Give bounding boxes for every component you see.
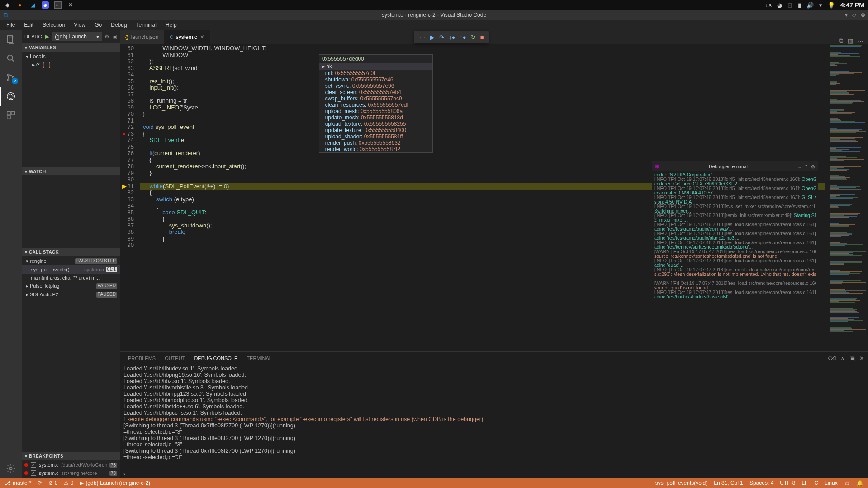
telegram-icon[interactable]: ◢ xyxy=(29,1,36,9)
terminal-chevron-up-icon[interactable]: ⌃ xyxy=(804,164,808,169)
settings-gear-icon[interactable] xyxy=(0,459,22,478)
breakpoint-checkbox[interactable]: ✓ xyxy=(31,470,36,476)
menu-edit[interactable]: Edit xyxy=(19,21,38,29)
debug-console-output[interactable]: Loaded '/usr/lib/libudev.so.1'. Symbols … xyxy=(120,365,868,469)
status-launch-config[interactable]: ▶ (gdb) Launch (rengine-c-2) xyxy=(80,480,150,486)
panel-close-icon[interactable]: ✕ xyxy=(859,355,864,362)
close-window-icon[interactable]: ⊗ xyxy=(861,12,865,18)
restart-icon[interactable]: ↻ xyxy=(471,34,476,41)
tray-discord-icon[interactable]: ◕ xyxy=(777,2,782,9)
variable-row[interactable]: ▸e:{...} xyxy=(22,61,120,69)
tab-launch-json[interactable]: {}launch.json xyxy=(120,30,164,44)
scm-icon[interactable]: 2 xyxy=(0,68,22,87)
tray-bulb-icon[interactable]: 💡 xyxy=(828,2,835,9)
svg-point-2 xyxy=(8,55,13,60)
status-language[interactable]: C xyxy=(814,480,818,486)
drag-handle-icon[interactable]: ⋮⋮ xyxy=(418,35,426,40)
clock[interactable]: 4:47 PM xyxy=(840,1,864,9)
status-os[interactable]: Linux xyxy=(825,480,838,486)
debug-floating-toolbar[interactable]: ⋮⋮ ▶ ↷ ↓● ↑● ↻ ■ xyxy=(414,31,489,43)
debug-activity-icon[interactable] xyxy=(0,87,22,106)
minimize-icon[interactable]: ▾ xyxy=(845,12,848,18)
terminal-close-icon[interactable]: ⊗ xyxy=(811,164,815,169)
watch-section-header[interactable]: ▾WATCH xyxy=(22,167,120,175)
thread-row[interactable]: ▸PulseHotplugPAUSED xyxy=(22,282,120,290)
more-icon[interactable]: ⋯ xyxy=(858,38,863,44)
svg-line-3 xyxy=(12,60,14,62)
tab-problems[interactable]: PROBLEMS xyxy=(123,353,160,364)
status-spaces[interactable]: Spaces: 4 xyxy=(749,480,773,486)
debug-config-gear-icon[interactable]: ⚙ xyxy=(104,33,109,40)
status-feedback-icon[interactable]: ☺ xyxy=(844,480,850,487)
maximize-icon[interactable]: ◇ xyxy=(852,12,856,18)
tray-volume-icon[interactable]: 🔊 xyxy=(806,2,814,9)
close-task-icon[interactable]: ✕ xyxy=(67,1,74,9)
status-function[interactable]: sys_poll_events(void) xyxy=(655,480,707,486)
split-editor-icon[interactable]: ▥ xyxy=(848,38,853,44)
status-warnings[interactable]: ⚠ 0 xyxy=(64,480,73,486)
stackframe-row[interactable]: main(int args, char ** argv) m... xyxy=(22,274,120,282)
thread-row[interactable]: ▸SDLAudioP2PAUSED xyxy=(22,290,120,299)
menu-view[interactable]: View xyxy=(69,21,90,29)
status-branch[interactable]: ⎇ master* xyxy=(5,480,31,486)
hover-struct-name[interactable]: ▸ nk xyxy=(319,63,432,70)
menu-go[interactable]: Go xyxy=(90,21,106,29)
app-launcher-icon[interactable]: ◆ xyxy=(4,1,11,9)
breakpoints-section-header[interactable]: ▾BREAKPOINTS xyxy=(22,452,120,460)
status-bell-icon[interactable]: 🔔 xyxy=(856,480,863,487)
panel-collapse-icon[interactable]: ∧ xyxy=(840,355,845,362)
search-activity-icon[interactable] xyxy=(0,49,22,68)
tray-disk-icon[interactable]: ⊡ xyxy=(787,2,792,9)
status-sync[interactable]: ⟳ xyxy=(38,480,42,486)
clear-console-icon[interactable]: ⌫ xyxy=(828,355,836,362)
breakpoint-checkbox[interactable]: ✓ xyxy=(31,462,36,468)
discord-icon[interactable]: ◕ xyxy=(42,1,49,9)
editor-gutter[interactable]: 6061626364656667686970717273747576777879… xyxy=(120,44,140,351)
debugger-terminal-window[interactable]: ✱ DebuggerTerminal ⌄⌃⊗ endor: 'NVIDIA Co… xyxy=(652,161,818,298)
breakpoint-row[interactable]: ✓system.csrc/rengine/core73 xyxy=(22,469,120,477)
tray-dropdown-icon[interactable]: ▾ xyxy=(819,2,822,9)
minimap[interactable] xyxy=(825,44,868,351)
callstack-section-header[interactable]: ▾CALL STACK xyxy=(22,248,120,256)
tab-terminal[interactable]: TERMINAL xyxy=(242,353,276,364)
debug-console-toggle-icon[interactable]: ▣ xyxy=(112,33,117,40)
debugger-terminal-titlebar[interactable]: ✱ DebuggerTerminal ⌄⌃⊗ xyxy=(652,161,818,171)
menu-debug[interactable]: Debug xyxy=(106,21,131,29)
debugger-terminal-output[interactable]: endor: 'NVIDIA Corporation'[INFO ][Fri O… xyxy=(652,171,818,298)
locals-scope[interactable]: ▾Locals xyxy=(22,52,120,61)
step-out-icon[interactable]: ↑● xyxy=(460,34,466,41)
menu-selection[interactable]: Selection xyxy=(38,21,69,29)
stackframe-row[interactable]: sys_poll_events()system.c81:1 xyxy=(22,265,120,274)
stop-icon[interactable]: ■ xyxy=(480,34,484,41)
menu-help[interactable]: Help xyxy=(161,21,181,29)
terminal-chevron-down-icon[interactable]: ⌄ xyxy=(797,164,802,169)
step-into-icon[interactable]: ↓● xyxy=(449,34,455,41)
status-position[interactable]: Ln 81, Col 1 xyxy=(714,480,743,486)
compare-icon[interactable]: ⧉ xyxy=(839,37,843,44)
tab-output[interactable]: OUTPUT xyxy=(160,353,190,364)
tab-debug-console[interactable]: DEBUG CONSOLE xyxy=(190,353,242,364)
debug-console-input[interactable]: › xyxy=(120,469,868,478)
debug-start-icon[interactable]: ▶ xyxy=(45,33,49,40)
status-errors[interactable]: ⊘ 0 xyxy=(48,480,57,486)
panel-tabs: PROBLEMS OUTPUT DEBUG CONSOLE TERMINAL ⌫… xyxy=(120,352,868,365)
close-icon[interactable]: ✕ xyxy=(200,34,204,40)
status-eol[interactable]: LF xyxy=(802,480,808,486)
extensions-icon[interactable] xyxy=(0,106,22,125)
explorer-icon[interactable] xyxy=(0,30,22,49)
step-over-icon[interactable]: ↷ xyxy=(439,34,444,41)
terminal-task-icon[interactable]: >_ xyxy=(54,1,62,9)
continue-icon[interactable]: ▶ xyxy=(430,34,435,41)
keyboard-layout[interactable]: us xyxy=(765,2,772,9)
menu-file[interactable]: File xyxy=(2,21,19,29)
variables-section-header[interactable]: ▾VARIABLES xyxy=(22,43,120,52)
debug-config-selector[interactable]: (gdb) Launch▾ xyxy=(52,32,102,41)
firefox-icon[interactable]: ● xyxy=(16,1,24,9)
menu-terminal[interactable]: Terminal xyxy=(132,21,161,29)
breakpoint-row[interactable]: ✓system.c/data/red/Work/C/rengine-...73 xyxy=(22,461,120,469)
thread-row[interactable]: ▾renginePAUSED ON STEP xyxy=(22,257,120,265)
tray-battery-icon[interactable]: ▮ xyxy=(798,2,801,9)
tab-system-c[interactable]: Csystem.c✕ xyxy=(164,30,210,44)
panel-maximize-icon[interactable]: ▣ xyxy=(849,355,855,362)
status-encoding[interactable]: UTF-8 xyxy=(780,480,795,486)
